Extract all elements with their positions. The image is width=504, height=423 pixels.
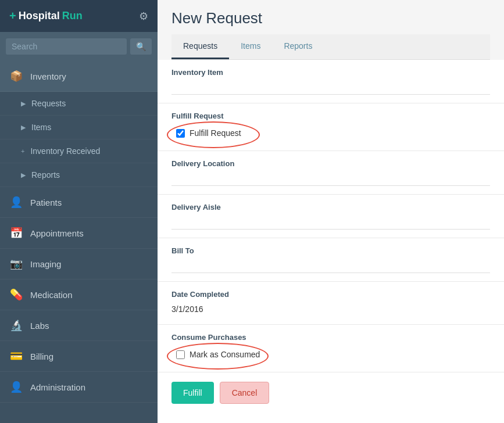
mark-as-consumed-label: Mark as Consumed: [190, 350, 260, 359]
sidebar-item-label-billing: Billing: [30, 352, 53, 361]
tabs-bar: Requests Items Reports: [171, 34, 490, 60]
sidebar-sub-label-items: Items: [31, 123, 51, 132]
date-completed-field: Date Completed 3/1/2016: [158, 282, 504, 325]
sidebar-item-patients[interactable]: 👤 Patients: [0, 187, 158, 218]
appointments-icon: 📅: [9, 226, 23, 240]
bill-to-field: Bill To: [158, 238, 504, 282]
sidebar-item-label-labs: Labs: [30, 321, 49, 331]
sidebar-item-label-patients: Patients: [30, 198, 62, 207]
page-header: New Request Requests Items Reports: [158, 0, 504, 60]
administration-icon: 👤: [9, 380, 23, 394]
form-area: Inventory Item Fulfill Request Fulfill R…: [158, 60, 504, 423]
delivery-aisle-input[interactable]: [171, 215, 490, 230]
sidebar-sub-label-requests: Requests: [31, 99, 66, 108]
bill-to-label: Bill To: [171, 246, 490, 255]
tab-reports[interactable]: Reports: [272, 34, 324, 59]
delivery-location-field: Delivery Location: [158, 151, 504, 195]
inventory-item-label: Inventory Item: [171, 68, 490, 77]
fulfill-request-checkbox-label: Fulfill Request: [190, 128, 241, 138]
delivery-location-input[interactable]: [171, 171, 490, 186]
labs-icon: 🔬: [9, 318, 23, 332]
chevron-icon-reports: ▶: [21, 171, 26, 179]
main-content: New Request Requests Items Reports Inven…: [158, 0, 504, 423]
imaging-icon: 📷: [9, 257, 23, 271]
inventory-item-input[interactable]: [171, 80, 490, 95]
search-input[interactable]: [6, 38, 127, 55]
sidebar-item-inventory[interactable]: 📦 Inventory: [0, 61, 158, 92]
sidebar-header: + HospitalRun ⚙: [0, 0, 158, 32]
mark-as-consumed-row: Mark as Consumed: [176, 347, 260, 361]
delivery-location-label: Delivery Location: [171, 159, 490, 168]
sidebar-item-label-inventory: Inventory: [30, 71, 66, 81]
search-button[interactable]: 🔍: [130, 38, 152, 55]
delivery-aisle-field: Delivery Aisle: [158, 195, 504, 238]
logo-hospital: Hospital: [19, 10, 60, 22]
logo-plus: +: [9, 9, 16, 23]
inventory-icon: 📦: [9, 69, 23, 83]
sidebar-item-medication[interactable]: 💊 Medication: [0, 279, 158, 310]
date-completed-label: Date Completed: [171, 290, 490, 299]
action-buttons: Fulfill Cancel: [158, 372, 504, 413]
nav-section: 📦 Inventory ▶ Requests ▶ Items + Invento…: [0, 61, 158, 423]
sidebar-sub-item-requests[interactable]: ▶ Requests: [0, 92, 158, 116]
search-bar: 🔍: [0, 32, 158, 61]
sidebar-item-billing[interactable]: 💳 Billing: [0, 341, 158, 372]
sidebar-sub-item-reports[interactable]: ▶ Reports: [0, 163, 158, 187]
page-title: New Request: [171, 9, 490, 27]
sidebar-item-label-medication: Medication: [30, 290, 73, 300]
consume-purchases-field: Consume Purchases Mark as Consumed: [158, 325, 504, 372]
sidebar-item-administration[interactable]: 👤 Administration: [0, 372, 158, 403]
fulfill-request-label: Fulfill Request: [171, 112, 490, 120]
billing-icon: 💳: [9, 349, 23, 363]
gear-icon[interactable]: ⚙: [139, 10, 148, 23]
inventory-item-field: Inventory Item: [158, 60, 504, 103]
fulfill-request-row: Fulfill Request: [176, 126, 241, 140]
logo: + HospitalRun: [9, 9, 83, 23]
logo-run: Run: [62, 10, 83, 22]
sidebar-item-appointments[interactable]: 📅 Appointments: [0, 218, 158, 249]
consume-purchases-label: Consume Purchases: [171, 333, 490, 342]
chevron-icon-requests: ▶: [21, 100, 26, 107]
sidebar-item-label-appointments: Appointments: [30, 228, 84, 238]
sidebar-sub-item-inventory-received[interactable]: + Inventory Received: [0, 139, 158, 163]
sidebar-sub-item-items[interactable]: ▶ Items: [0, 116, 158, 139]
cancel-button[interactable]: Cancel: [220, 382, 270, 404]
patients-icon: 👤: [9, 195, 23, 209]
sidebar-sub-label-inventory-received: Inventory Received: [30, 146, 100, 156]
sidebar-sub-label-reports: Reports: [31, 170, 60, 180]
plus-icon-inventory-received: +: [21, 148, 24, 155]
mark-as-consumed-checkbox[interactable]: [176, 350, 185, 359]
sidebar: + HospitalRun ⚙ 🔍 📦 Inventory ▶ Requests…: [0, 0, 158, 423]
fulfill-request-field: Fulfill Request Fulfill Request: [158, 103, 504, 151]
date-completed-value: 3/1/2016: [171, 302, 490, 316]
sidebar-item-label-imaging: Imaging: [30, 259, 61, 269]
bill-to-input[interactable]: [171, 259, 490, 273]
fulfill-request-checkbox[interactable]: [176, 129, 185, 138]
tab-requests[interactable]: Requests: [171, 34, 229, 59]
tab-items[interactable]: Items: [229, 34, 272, 59]
sidebar-item-labs[interactable]: 🔬 Labs: [0, 310, 158, 341]
sidebar-item-label-administration: Administration: [30, 382, 85, 392]
chevron-icon-items: ▶: [21, 124, 26, 131]
fulfill-button[interactable]: Fulfill: [171, 382, 214, 404]
delivery-aisle-label: Delivery Aisle: [171, 203, 490, 212]
sidebar-item-imaging[interactable]: 📷 Imaging: [0, 249, 158, 279]
medication-icon: 💊: [9, 288, 23, 302]
